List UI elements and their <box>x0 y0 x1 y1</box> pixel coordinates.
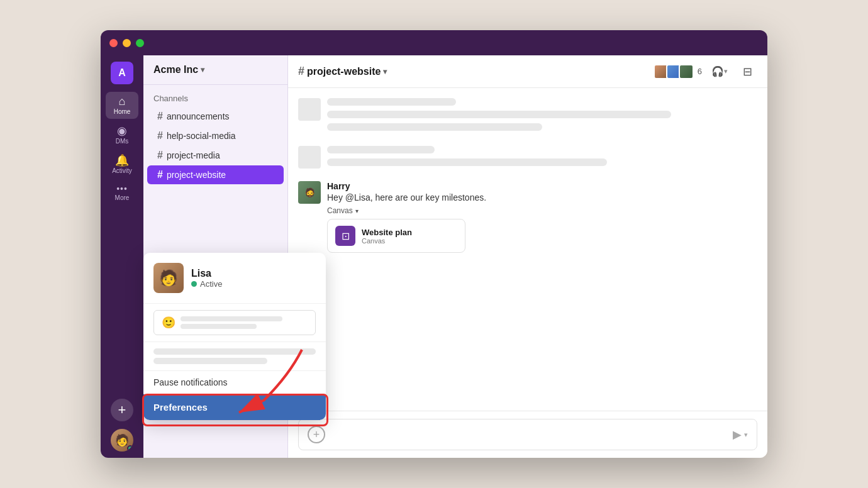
member-avatars <box>654 64 694 79</box>
popup-status: Active <box>191 279 222 289</box>
channel-title-text: project-website <box>307 66 381 77</box>
skeleton-avatar <box>298 146 321 169</box>
add-workspace-button[interactable]: + <box>111 399 133 421</box>
workspace-header[interactable]: Acme Inc ▾ <box>143 55 287 85</box>
title-bar <box>101 30 767 55</box>
skeleton-row-2 <box>298 146 757 171</box>
channel-chevron-icon: ▾ <box>383 67 387 76</box>
preferences-button[interactable]: Preferences <box>143 394 326 420</box>
online-status-dot <box>127 445 133 452</box>
skeleton-line <box>327 123 542 131</box>
sidebar-icons: A ⌂ Home ◉ DMs 🔔 Activity ••• More + 🧑 <box>101 55 143 458</box>
workspace-name: Acme Inc <box>153 64 198 75</box>
sidebar-item-label-activity: Activity <box>112 167 132 174</box>
message-text: Hey @Lisa, here are our key milestones. <box>327 192 757 202</box>
dms-icon: ◉ <box>117 125 127 136</box>
sidebar-item-home[interactable]: ⌂ Home <box>106 92 138 119</box>
popup-status-text: Active <box>200 279 222 289</box>
canvas-chevron-icon: ▾ <box>355 208 359 214</box>
channel-item-project-media[interactable]: # project-media <box>147 146 284 165</box>
send-button[interactable]: ▶ ▾ <box>733 428 748 441</box>
channel-title: # project-website ▾ <box>298 65 387 78</box>
members-button[interactable]: 6 <box>654 64 702 79</box>
status-placeholder-line-1 <box>181 316 282 321</box>
hash-icon: # <box>157 130 163 141</box>
attach-button[interactable]: + <box>308 426 325 443</box>
workspace-avatar[interactable]: A <box>111 62 133 84</box>
harry-avatar: 🧔 <box>298 181 321 204</box>
profile-popup: 🧑 Lisa Active 🙂 Pause notific <box>143 253 326 420</box>
popup-skeleton-line-2 <box>153 358 267 364</box>
close-button[interactable] <box>109 39 118 47</box>
canvas-card[interactable]: ⊡ Website plan Canvas <box>327 219 465 253</box>
skeleton-line <box>327 111 671 118</box>
channel-hash-icon: # <box>298 65 304 78</box>
sidebar-item-label-more: More <box>115 194 130 201</box>
sidebar-item-activity[interactable]: 🔔 Activity <box>106 151 138 178</box>
skeleton-line <box>327 98 456 106</box>
headphones-chevron-icon: ▾ <box>724 67 728 75</box>
message-input-box[interactable]: + ▶ ▾ <box>298 419 757 450</box>
channel-name-help-social-media: help-social-media <box>167 131 236 141</box>
send-chevron-icon: ▾ <box>744 431 748 439</box>
popup-user-info: Lisa Active <box>191 268 222 289</box>
harry-message: 🧔 Harry Hey @Lisa, here are our key mile… <box>298 181 757 253</box>
popup-skeleton-section <box>143 342 326 371</box>
status-active-dot <box>191 281 197 287</box>
canvas-card-icon: ⊡ <box>335 226 355 246</box>
channel-name-project-website: project-website <box>167 170 226 180</box>
sidebar-item-more[interactable]: ••• More <box>106 180 138 205</box>
maximize-button[interactable] <box>136 39 144 47</box>
popup-status-input-section: 🙂 <box>143 304 326 342</box>
messages-area: 🧔 Harry Hey @Lisa, here are our key mile… <box>288 88 767 411</box>
popup-profile-header: 🧑 Lisa Active <box>143 253 326 304</box>
sidebar-item-label-dms: DMs <box>116 138 129 145</box>
popup-avatar: 🧑 <box>153 263 184 293</box>
harry-avatar-image: 🧔 <box>298 181 321 204</box>
canvas-label[interactable]: Canvas ▾ <box>327 206 757 215</box>
channel-item-help-social-media[interactable]: # help-social-media <box>147 126 284 145</box>
skeleton-content <box>327 98 757 136</box>
member-avatar-3 <box>679 64 694 79</box>
channel-item-announcements[interactable]: # announcements <box>147 107 284 126</box>
edit-icon: ⊟ <box>743 65 752 79</box>
headphones-button[interactable]: 🎧 ▾ <box>709 62 730 82</box>
skeleton-line <box>327 158 607 166</box>
home-icon: ⌂ <box>119 96 126 107</box>
main-content: # project-website ▾ 6 🎧 ▾ <box>288 55 767 458</box>
channels-section-label: Channels <box>143 94 287 103</box>
skeleton-avatar <box>298 98 321 121</box>
channel-name-project-media: project-media <box>167 150 220 160</box>
canvas-card-title: Website plan <box>362 228 412 237</box>
channels-section: Channels # announcements # help-social-m… <box>143 85 287 190</box>
channel-item-project-website[interactable]: # project-website <box>147 165 284 184</box>
more-icon: ••• <box>116 184 128 193</box>
headphones-icon: 🎧 <box>711 65 724 77</box>
message-author: Harry <box>327 181 757 191</box>
popup-skeleton-line-1 <box>153 348 316 355</box>
skeleton-line <box>327 146 435 153</box>
canvas-label-text: Canvas <box>327 206 353 215</box>
edit-button[interactable]: ⊟ <box>737 62 757 82</box>
member-count: 6 <box>698 67 702 76</box>
workspace-chevron-icon: ▾ <box>201 65 204 74</box>
skeleton-row-1 <box>298 98 757 136</box>
pause-notifications-button[interactable]: Pause notifications <box>143 371 326 394</box>
hash-icon: # <box>157 150 163 161</box>
popup-user-name: Lisa <box>191 268 222 279</box>
status-placeholder-lines <box>181 316 308 329</box>
sidebar-item-dms[interactable]: ◉ DMs <box>106 121 138 148</box>
hash-icon-active: # <box>157 169 163 180</box>
status-input-box[interactable]: 🙂 <box>153 310 316 335</box>
send-icon: ▶ <box>733 428 742 441</box>
canvas-card-info: Website plan Canvas <box>362 228 412 245</box>
hash-icon: # <box>157 111 163 122</box>
minimize-button[interactable] <box>123 39 131 47</box>
message-content: Harry Hey @Lisa, here are our key milest… <box>327 181 757 253</box>
sidebar-item-label-home: Home <box>114 108 131 115</box>
channel-name-announcements: announcements <box>167 111 230 121</box>
main-header: # project-website ▾ 6 🎧 ▾ <box>288 55 767 88</box>
user-avatar[interactable]: 🧑 <box>111 429 133 452</box>
smiley-icon: 🙂 <box>162 316 175 330</box>
canvas-card-subtitle: Canvas <box>362 237 412 245</box>
